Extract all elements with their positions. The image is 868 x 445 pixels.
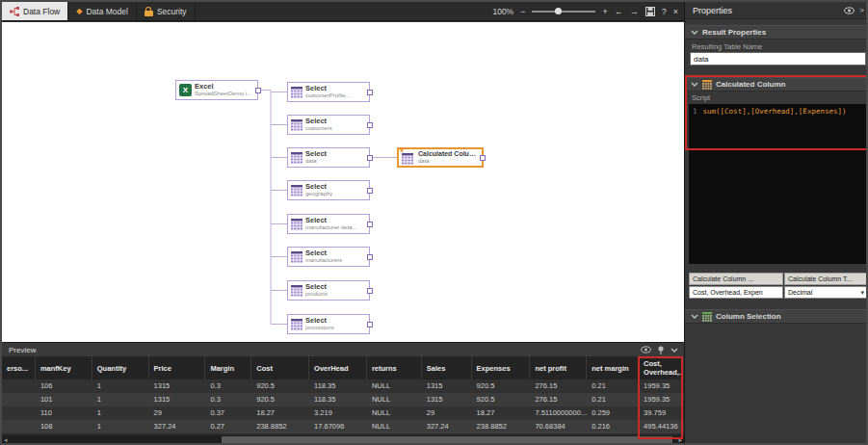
select-node-promotions[interactable]: Selectpromotions	[287, 314, 370, 334]
table-cell: 0.37	[205, 406, 251, 420]
table-cell: 7.5110000000...	[530, 406, 587, 420]
horizontal-scrollbar[interactable]: ◂ ▸	[2, 435, 684, 444]
calculate-column-type-header[interactable]: Calculate Column T...	[784, 273, 867, 285]
node-title: Select	[305, 183, 332, 191]
table-row[interactable]: 106113150.3920.5118.35NULL1315920.5276.1…	[2, 380, 684, 393]
scrollbar-thumb[interactable]	[222, 436, 672, 443]
column-header[interactable]: OverHead	[309, 356, 367, 380]
collapse-panel-icon[interactable]: >	[859, 6, 864, 14]
output-port[interactable]	[367, 254, 373, 260]
visibility-icon[interactable]	[641, 346, 651, 353]
zoom-slider[interactable]	[532, 11, 595, 13]
select-node-customerprofile[interactable]: SelectcustomerProfile...	[287, 82, 370, 102]
select-node-products[interactable]: Selectproducts	[287, 280, 370, 301]
table-row[interactable]: 1101290.3718.273.219NULL2918.277.5110000…	[2, 406, 684, 420]
select-node-manufacturer-details[interactable]: Selectmanufacturer deta...	[287, 214, 370, 234]
table-cell: 39.759	[639, 406, 684, 420]
calculated-column-node[interactable]: * Calculated Column:data	[397, 147, 484, 168]
table-cell: 0.3	[205, 380, 251, 393]
select-node-data[interactable]: Selectdata	[287, 147, 370, 168]
output-port[interactable]	[367, 155, 373, 161]
table-cell: 29	[422, 406, 472, 420]
column-type-dropdown[interactable]: Decimal ▾	[784, 286, 867, 299]
node-title: Select	[305, 283, 328, 291]
resulting-table-name-input[interactable]	[690, 52, 866, 65]
node-subtitle: customers	[305, 125, 332, 132]
table-cell: 3.219	[309, 406, 367, 420]
node-title: Select	[305, 150, 327, 158]
output-port[interactable]	[367, 322, 373, 327]
column-header[interactable]: erso...	[2, 356, 36, 380]
section-calculated-column[interactable]: Calculated Column	[685, 77, 868, 92]
table-icon	[291, 119, 302, 131]
chevron-down-icon[interactable]	[671, 348, 678, 353]
zoom-in-button[interactable]: +	[602, 2, 607, 21]
table-cell	[2, 380, 36, 393]
calculate-column-name-input[interactable]: Cost, Overhead, Expen	[689, 286, 783, 299]
section-result-properties[interactable]: Result Properties	[685, 25, 868, 39]
table-cell: 1959.35	[639, 380, 684, 393]
calculated-column-icon	[702, 80, 712, 90]
section-column-selection[interactable]: Column Selection	[685, 309, 868, 324]
column-header[interactable]: Price	[149, 356, 206, 380]
select-node-manufacturers[interactable]: Selectmanufacturers	[287, 247, 370, 267]
node-title: Select	[305, 118, 332, 125]
table-cell: 920.5	[472, 380, 531, 393]
redo-button[interactable]: →	[630, 2, 639, 21]
table-cell: 106	[36, 380, 92, 393]
help-button[interactable]: ?	[662, 2, 667, 21]
column-header[interactable]: net margin	[587, 356, 639, 380]
lock-icon	[145, 7, 153, 16]
tab-label: Data Flow	[23, 7, 60, 16]
save-icon[interactable]	[645, 7, 655, 16]
scroll-right-arrow[interactable]: ▸	[678, 435, 682, 444]
table-cell: 327.24	[422, 420, 472, 433]
script-editor[interactable]: 1sum([Cost],[Overhead],[Expenses])	[689, 104, 867, 264]
column-header[interactable]: Margin	[205, 356, 251, 380]
scroll-left-arrow[interactable]: ◂	[4, 435, 8, 444]
tab-security[interactable]: Security	[137, 2, 196, 20]
column-header[interactable]: returns	[367, 356, 422, 380]
script-label: Script	[692, 93, 710, 102]
node-subtitle: customerProfile...	[305, 92, 351, 99]
output-port[interactable]	[367, 122, 373, 128]
column-header[interactable]: Cost, Overhead,...	[639, 356, 684, 380]
tab-data-flow[interactable]: Data Flow	[2, 2, 68, 20]
close-button[interactable]: ×	[673, 2, 678, 21]
column-header[interactable]: Sales	[422, 356, 472, 380]
zoom-slider-thumb[interactable]	[555, 8, 562, 14]
node-subtitle: promotions	[305, 325, 334, 331]
excel-source-node[interactable]: X Excel SpreadSheetDemo i...	[175, 80, 258, 100]
table-header-row: erso...manfKeyQuantityPriceMarginCostOve…	[2, 356, 684, 380]
node-title: Calculated Column:	[418, 150, 479, 158]
output-port[interactable]	[367, 188, 373, 194]
output-port[interactable]	[255, 88, 261, 93]
select-node-customers[interactable]: Selectcustomers	[287, 115, 370, 135]
output-port[interactable]	[480, 155, 486, 161]
table-row[interactable]: 1081327.240.27238.885217.67096NULL327.24…	[2, 420, 684, 433]
line-number: 1	[693, 107, 697, 116]
table-cell: 0.21	[587, 380, 639, 393]
output-port[interactable]	[367, 90, 373, 95]
table-cell: 276.15	[530, 380, 587, 393]
output-port[interactable]	[367, 288, 373, 294]
table-cell: 1959.35	[639, 393, 684, 406]
table-row[interactable]: 101113150.3920.5118.35NULL1315920.5276.1…	[2, 393, 684, 406]
column-header[interactable]: Expenses	[472, 356, 531, 380]
design-canvas[interactable]: X Excel SpreadSheetDemo i... Selectcusto…	[2, 22, 684, 342]
pin-icon[interactable]	[657, 346, 665, 354]
script-code: sum([Cost],[Overhead],[Expenses])	[703, 107, 847, 116]
undo-button[interactable]: ←	[615, 2, 623, 21]
tab-data-model[interactable]: ◆ Data Model	[68, 2, 137, 20]
visibility-icon[interactable]	[844, 7, 855, 14]
column-header[interactable]: Quantity	[92, 356, 149, 380]
column-header[interactable]: Cost	[251, 356, 309, 380]
table-icon	[291, 319, 302, 330]
output-port[interactable]	[367, 222, 373, 227]
column-header[interactable]: manfKey	[36, 356, 92, 380]
calculated-column-icon: *	[402, 151, 415, 164]
zoom-out-button[interactable]: −	[520, 2, 525, 21]
calculate-column-name-header[interactable]: Calculate Column ...	[689, 273, 783, 285]
column-header[interactable]: net profit	[530, 356, 587, 380]
select-node-geography[interactable]: Selectgeography	[287, 180, 370, 200]
